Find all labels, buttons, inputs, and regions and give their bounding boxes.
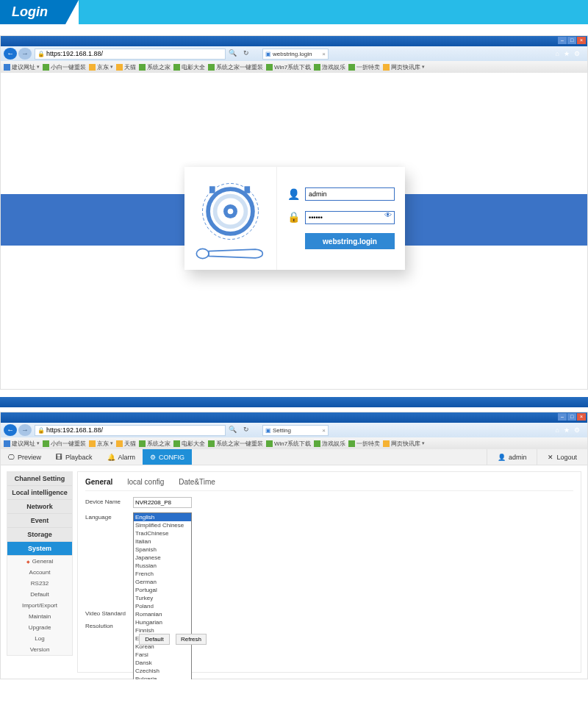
bookmark-item[interactable]: 京东▾ bbox=[89, 440, 113, 448]
language-option[interactable]: French bbox=[134, 570, 191, 578]
bookmark-item[interactable]: Win7系统下载 bbox=[266, 440, 311, 448]
language-option[interactable]: English bbox=[134, 513, 191, 521]
tab-alarm[interactable]: 🔔Alarm bbox=[100, 449, 143, 465]
show-password-icon[interactable]: 👁 bbox=[384, 211, 392, 219]
sidebar-subitem-upgrade[interactable]: Upgrade bbox=[7, 622, 72, 633]
language-dropdown-list[interactable]: EnglishSimplified ChineseTradChineseItal… bbox=[133, 512, 192, 679]
language-option[interactable]: TradChinese bbox=[134, 529, 191, 537]
refresh-icon[interactable]: ↻ bbox=[243, 49, 252, 58]
language-option[interactable]: Bulgaria bbox=[134, 675, 191, 679]
language-option[interactable]: Turkey bbox=[134, 594, 191, 602]
language-option[interactable]: Romanian bbox=[134, 610, 191, 618]
bookmark-item[interactable]: 一折特卖 bbox=[348, 440, 380, 448]
bookmark-item[interactable]: 天猫 bbox=[116, 63, 136, 71]
sidebar-subitem-version[interactable]: Version bbox=[7, 644, 72, 655]
device-name-input[interactable] bbox=[133, 497, 192, 508]
bookmark-item[interactable]: 系统之家一键重装 bbox=[208, 440, 263, 448]
bookmark-item[interactable]: 游戏娱乐 bbox=[314, 63, 345, 71]
bookmark-item[interactable]: 建议网址▾ bbox=[4, 440, 40, 448]
forward-button[interactable]: → bbox=[18, 424, 32, 436]
bookmark-item[interactable]: 网页快讯库▾ bbox=[383, 440, 425, 448]
forward-button[interactable]: → bbox=[18, 48, 32, 60]
browser-tab[interactable]: ▣ webstring.login × bbox=[262, 49, 329, 60]
minimize-button[interactable]: – bbox=[558, 413, 567, 421]
sidebar-item-intelligence[interactable]: Local intelligence bbox=[7, 486, 72, 500]
bookmark-item[interactable]: 系统之家 bbox=[139, 440, 171, 448]
url-input[interactable] bbox=[46, 426, 223, 434]
sidebar-subitem-rs232[interactable]: RS232 bbox=[7, 578, 72, 589]
language-option[interactable]: Russian bbox=[134, 562, 191, 570]
bookmark-item[interactable]: 京东▾ bbox=[89, 63, 113, 71]
sidebar-subitem-maintain[interactable]: Maintain bbox=[7, 611, 72, 622]
language-option[interactable]: Spanish bbox=[134, 546, 191, 554]
language-option[interactable]: Japanese bbox=[134, 554, 191, 562]
default-button[interactable]: Default bbox=[139, 634, 170, 645]
language-option[interactable]: Hungarian bbox=[134, 618, 191, 626]
url-field-wrap[interactable]: 🔒 bbox=[35, 49, 226, 60]
maximize-button[interactable]: □ bbox=[567, 37, 576, 44]
language-option[interactable]: Czechish bbox=[134, 667, 191, 675]
star-icon[interactable]: ★ bbox=[564, 50, 570, 57]
search-icon[interactable]: 🔍 bbox=[229, 49, 237, 58]
bookmark-item[interactable]: 系统之家一键重装 bbox=[208, 63, 263, 71]
bookmark-item[interactable]: 建议网址▾ bbox=[4, 63, 40, 71]
language-option[interactable]: Dansk bbox=[134, 659, 191, 667]
gear-icon[interactable]: ⚙ bbox=[574, 426, 580, 434]
sidebar-subitem-import-export[interactable]: Import/Export bbox=[7, 600, 72, 611]
password-input[interactable] bbox=[305, 211, 395, 224]
bookmark-item[interactable]: 一折特卖 bbox=[348, 63, 380, 71]
tab-close-icon[interactable]: × bbox=[322, 427, 326, 434]
sidebar-item-channel[interactable]: Channel Setting bbox=[7, 472, 72, 486]
search-icon[interactable]: 🔍 bbox=[229, 426, 237, 435]
bookmark-item[interactable]: 小白一键重装 bbox=[43, 440, 86, 448]
sidebar-item-system[interactable]: System bbox=[7, 542, 72, 556]
star-icon[interactable]: ★ bbox=[564, 426, 570, 434]
back-button[interactable]: ← bbox=[4, 424, 17, 436]
logout-button[interactable]: ✕Logout bbox=[537, 449, 587, 465]
maximize-button[interactable]: □ bbox=[567, 413, 576, 421]
home-icon[interactable]: ⌂ bbox=[556, 426, 559, 434]
tab-datetime[interactable]: Date&Time bbox=[179, 478, 215, 486]
sidebar-subitem-general[interactable]: General bbox=[7, 556, 72, 567]
language-option[interactable]: Poland bbox=[134, 602, 191, 610]
url-input[interactable] bbox=[46, 50, 223, 57]
sidebar-item-storage[interactable]: Storage bbox=[7, 528, 72, 542]
tab-local-config[interactable]: local config bbox=[127, 478, 164, 486]
close-button[interactable]: × bbox=[577, 37, 586, 44]
close-button[interactable]: × bbox=[577, 413, 586, 421]
bookmark-item[interactable]: 游戏娱乐 bbox=[314, 440, 345, 448]
bookmark-item[interactable]: 系统之家 bbox=[139, 63, 171, 71]
sidebar-item-network[interactable]: Network bbox=[7, 500, 72, 514]
refresh-button[interactable]: Refresh bbox=[176, 634, 207, 645]
sidebar-subitem-default[interactable]: Default bbox=[7, 589, 72, 600]
sidebar-subitem-account[interactable]: Account bbox=[7, 567, 72, 578]
tab-preview[interactable]: 🖵Preview bbox=[1, 449, 49, 465]
bookmark-item[interactable]: 小白一键重装 bbox=[43, 63, 86, 71]
tab-config[interactable]: ⚙CONFIG bbox=[143, 449, 192, 465]
gear-icon[interactable]: ⚙ bbox=[574, 50, 580, 57]
sidebar-subitem-log[interactable]: Log bbox=[7, 633, 72, 644]
tab-playback[interactable]: 🎞Playback bbox=[49, 449, 100, 465]
bookmark-item[interactable]: 电影大全 bbox=[173, 63, 205, 71]
minimize-button[interactable]: – bbox=[558, 37, 567, 44]
bookmark-item[interactable]: 电影大全 bbox=[173, 440, 205, 448]
tab-close-icon[interactable]: × bbox=[322, 51, 326, 57]
language-option[interactable]: Farsi bbox=[134, 651, 191, 659]
url-field-wrap[interactable]: 🔒 bbox=[35, 425, 226, 436]
back-button[interactable]: ← bbox=[4, 48, 17, 60]
browser-tab[interactable]: ▣ Setting × bbox=[262, 425, 329, 436]
user-menu[interactable]: 👤admin bbox=[487, 449, 537, 465]
login-button[interactable]: webstring.login bbox=[305, 233, 395, 249]
sidebar-item-event[interactable]: Event bbox=[7, 514, 72, 528]
language-option[interactable]: German bbox=[134, 578, 191, 586]
language-option[interactable]: Italian bbox=[134, 537, 191, 546]
bookmark-item[interactable]: Win7系统下载 bbox=[266, 63, 311, 71]
home-icon[interactable]: ⌂ bbox=[556, 50, 559, 57]
refresh-icon[interactable]: ↻ bbox=[243, 426, 252, 435]
bookmark-item[interactable]: 网页快讯库▾ bbox=[383, 63, 425, 71]
language-option[interactable]: Simplified Chinese bbox=[134, 521, 191, 529]
username-input[interactable] bbox=[305, 187, 395, 201]
bookmark-item[interactable]: 天猫 bbox=[116, 440, 136, 448]
tab-general[interactable]: General bbox=[85, 478, 112, 486]
language-option[interactable]: Portugal bbox=[134, 586, 191, 594]
